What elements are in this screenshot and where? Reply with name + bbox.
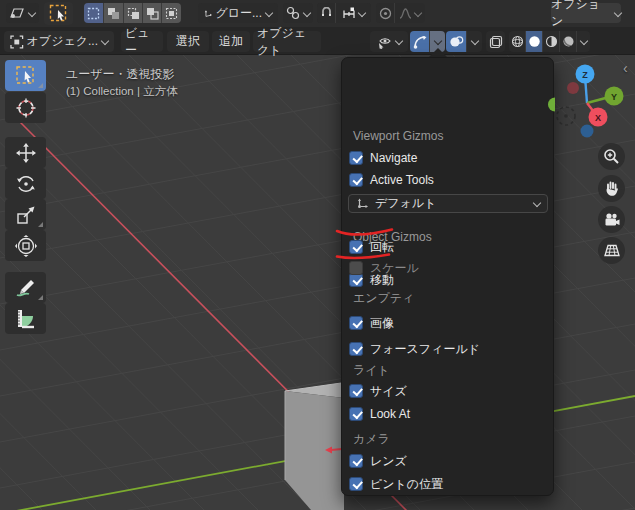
tool-measure[interactable]	[5, 303, 46, 334]
shading-rendered-button[interactable]	[560, 31, 577, 52]
chevron-down-icon	[614, 10, 621, 17]
zoom-button[interactable]	[598, 143, 625, 170]
checkbox-label: 画像	[370, 315, 394, 332]
view-name-label: ユーザー・透視投影	[66, 66, 175, 83]
section-light: ライト	[353, 362, 390, 379]
magnet-icon	[320, 7, 333, 20]
xray-icon	[489, 35, 503, 49]
select-mode-intersect-button[interactable]	[162, 3, 181, 23]
checkbox-icon	[349, 384, 363, 398]
xray-toggle[interactable]	[486, 31, 505, 52]
transform-orientation-dropdown[interactable]: グロー...	[198, 3, 278, 23]
checkbox-label: サイズ	[370, 383, 407, 400]
chevron-down-icon	[358, 10, 365, 17]
tool-move[interactable]	[5, 137, 46, 168]
region-collapse-arrow[interactable]: ‹	[623, 60, 628, 76]
proportional-edit-toggle[interactable]	[376, 3, 395, 23]
select-mode-invert-button[interactable]	[143, 3, 162, 23]
checkbox-label: Navigate	[370, 151, 417, 165]
axis-ball-negx[interactable]	[567, 82, 579, 94]
rotate-icon	[15, 173, 37, 195]
overlays-dropdown[interactable]	[467, 31, 482, 52]
checkbox-label: Active Tools	[370, 173, 434, 187]
checkbox-scale[interactable]: スケール	[349, 259, 419, 277]
pivot-point-dropdown[interactable]	[283, 3, 313, 23]
shading-wireframe-button[interactable]	[509, 31, 526, 52]
tool-fallback-dropdown[interactable]	[6, 3, 39, 23]
snap-toggle-button[interactable]	[317, 3, 336, 23]
checkbox-active-tools[interactable]: Active Tools	[349, 171, 434, 189]
menu-object[interactable]: オブジェクト	[253, 31, 321, 52]
checkbox-icon	[349, 316, 363, 330]
mode-dropdown[interactable]: オブジェク...	[4, 31, 114, 52]
toggle-perspective-button[interactable]	[598, 237, 625, 264]
checkbox-lens[interactable]: レンズ	[349, 452, 407, 470]
tool-annotate[interactable]	[5, 272, 46, 303]
tool-cursor[interactable]	[5, 92, 46, 123]
select-box-icon	[15, 65, 37, 86]
cursor-3d-icon	[15, 97, 37, 119]
measure-icon	[14, 307, 38, 331]
options-dropdown[interactable]: オプション	[551, 3, 621, 23]
solid-sphere-icon	[528, 35, 541, 48]
shading-solid-button[interactable]	[526, 31, 543, 52]
grid-perspective-icon	[603, 243, 621, 258]
show-overlays-toggle[interactable]	[446, 31, 467, 52]
checkbox-icon	[349, 342, 363, 356]
select-mode-segmented	[84, 3, 181, 23]
select-invert-icon	[146, 7, 159, 20]
orientation-axes-icon	[204, 7, 212, 20]
menu-select[interactable]: 選択	[167, 31, 209, 52]
checkbox-force-field[interactable]: フォースフィールド	[349, 340, 480, 358]
section-empty: エンプティ	[353, 290, 414, 307]
shading-dropdown[interactable]	[577, 31, 590, 52]
wireframe-sphere-icon	[511, 35, 524, 48]
chevron-down-icon	[414, 10, 421, 17]
axis-ball-negz[interactable]	[581, 125, 594, 138]
falloff-dropdown[interactable]	[395, 3, 425, 23]
tool-select-box[interactable]	[5, 60, 46, 91]
active-object-breadcrumb: (1) Collection | 立方体	[66, 84, 178, 99]
active-tool-button[interactable]	[44, 2, 73, 25]
gizmo-type-dropdown[interactable]: デフォルト	[348, 194, 548, 213]
chevron-down-icon	[395, 38, 402, 45]
checkbox-icon	[349, 454, 363, 468]
checkbox-icon	[349, 173, 363, 187]
checkbox-label: 回転	[370, 239, 394, 256]
menu-view[interactable]: ビュー	[121, 31, 163, 52]
proportional-circle-icon	[379, 7, 392, 20]
shading-group	[509, 31, 590, 52]
checkbox-icon	[349, 240, 363, 254]
select-extend-icon	[107, 7, 120, 20]
overlays-icon	[449, 35, 464, 49]
show-hide-dropdown[interactable]	[370, 31, 408, 52]
checkbox-look-at[interactable]: Look At	[349, 405, 410, 423]
snap-to-dropdown[interactable]	[336, 3, 371, 23]
show-gizmos-toggle[interactable]	[410, 31, 430, 52]
menu-add[interactable]: 追加	[212, 31, 250, 52]
pan-button[interactable]	[598, 175, 625, 202]
checkbox-navigate[interactable]: Navigate	[349, 149, 417, 167]
chevron-down-icon	[303, 10, 310, 17]
camera-view-button[interactable]	[598, 206, 625, 233]
tool-rotate[interactable]	[5, 168, 46, 199]
checkbox-size[interactable]: サイズ	[349, 382, 407, 400]
gizmo-move-icon	[356, 197, 369, 210]
tool-transform[interactable]	[5, 230, 46, 261]
section-camera: カメラ	[353, 431, 390, 448]
select-mode-subtract-button[interactable]	[124, 3, 143, 23]
checkbox-label: フォースフィールド	[370, 341, 480, 358]
checkbox-rotate[interactable]: 回転	[349, 238, 394, 256]
select-mode-extend-button[interactable]	[104, 3, 124, 23]
object-mode-icon	[10, 35, 24, 49]
checkbox-label: ピントの位置	[370, 476, 443, 493]
checkbox-label: Look At	[370, 407, 410, 421]
checkbox-focus-point[interactable]: ピントの位置	[349, 475, 443, 493]
shading-material-button[interactable]	[543, 31, 560, 52]
chevron-down-icon	[434, 38, 441, 45]
tool-scale[interactable]	[5, 199, 46, 230]
orbit-indicator-dot	[564, 114, 568, 118]
gizmo-type-value: デフォルト	[375, 195, 436, 212]
select-mode-set-button[interactable]	[84, 3, 104, 23]
checkbox-image[interactable]: 画像	[349, 314, 394, 332]
